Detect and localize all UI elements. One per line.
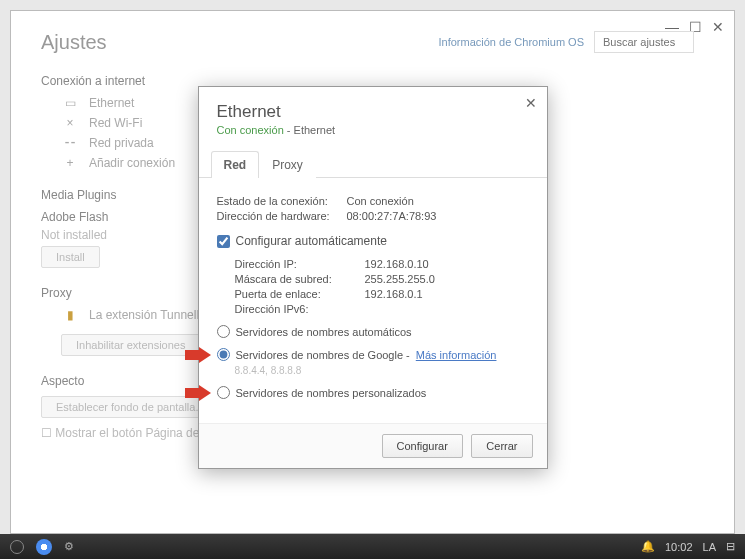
settings-gear-icon[interactable]: ⚙ <box>64 540 74 553</box>
clock[interactable]: 10:02 <box>665 541 693 553</box>
dns-google-radio[interactable]: Servidores de nombres de Google - Más in… <box>217 348 529 361</box>
state-value: Con conexión <box>347 195 414 207</box>
taskbar: ⚙ 🔔 10:02 LA ⊟ <box>0 534 745 559</box>
modal-overlay: ✕ Ethernet Con conexión - Ethernet Red P… <box>11 11 734 533</box>
auto-config-check[interactable]: Configurar automáticamente <box>217 234 529 248</box>
state-label: Estado de la conexión: <box>217 195 347 207</box>
dns-custom-radio[interactable]: Servidores de nombres personalizados <box>217 386 529 399</box>
dns-google-moreinfo-link[interactable]: Más información <box>416 349 497 361</box>
chromium-icon[interactable] <box>36 539 52 555</box>
dialog-title: Ethernet <box>217 102 529 122</box>
dialog-close-icon[interactable]: ✕ <box>525 95 537 111</box>
mask-label: Máscara de subred: <box>235 273 365 285</box>
dns-google-values: 8.8.4.4, 8.8.8.8 <box>235 365 529 376</box>
mac-label: Dirección de hardware: <box>217 210 347 222</box>
arrow-icon <box>185 347 213 363</box>
dialog-tabs: Red Proxy <box>199 150 547 178</box>
ipv6-label: Dirección IPv6: <box>235 303 365 315</box>
dns-google-input[interactable] <box>217 348 230 361</box>
mac-value: 08:00:27:7A:78:93 <box>347 210 437 222</box>
arrow-icon <box>185 385 213 401</box>
ip-value: 192.168.0.10 <box>365 258 429 270</box>
dialog-subtitle: Con conexión - Ethernet <box>217 124 529 136</box>
close-button[interactable]: Cerrar <box>471 434 532 458</box>
gw-value: 192.168.0.1 <box>365 288 423 300</box>
gw-label: Puerta de enlace: <box>235 288 365 300</box>
ip-label: Dirección IP: <box>235 258 365 270</box>
mask-value: 255.255.255.0 <box>365 273 435 285</box>
dns-auto-input[interactable] <box>217 325 230 338</box>
dns-custom-input[interactable] <box>217 386 230 399</box>
ethernet-dialog: ✕ Ethernet Con conexión - Ethernet Red P… <box>198 86 548 469</box>
launcher-icon[interactable] <box>10 540 24 554</box>
dns-auto-radio[interactable]: Servidores de nombres automáticos <box>217 325 529 338</box>
language-indicator[interactable]: LA <box>703 541 716 553</box>
auto-config-checkbox[interactable] <box>217 235 230 248</box>
tab-red[interactable]: Red <box>211 151 260 178</box>
browser-window: — ☐ ✕ Ajustes Información de Chromium OS… <box>10 10 735 534</box>
notification-icon[interactable]: 🔔 <box>641 540 655 553</box>
network-tray-icon[interactable]: ⊟ <box>726 540 735 553</box>
tab-proxy[interactable]: Proxy <box>259 151 316 178</box>
configure-button[interactable]: Configurar <box>382 434 463 458</box>
dialog-footer: Configurar Cerrar <box>199 423 547 468</box>
